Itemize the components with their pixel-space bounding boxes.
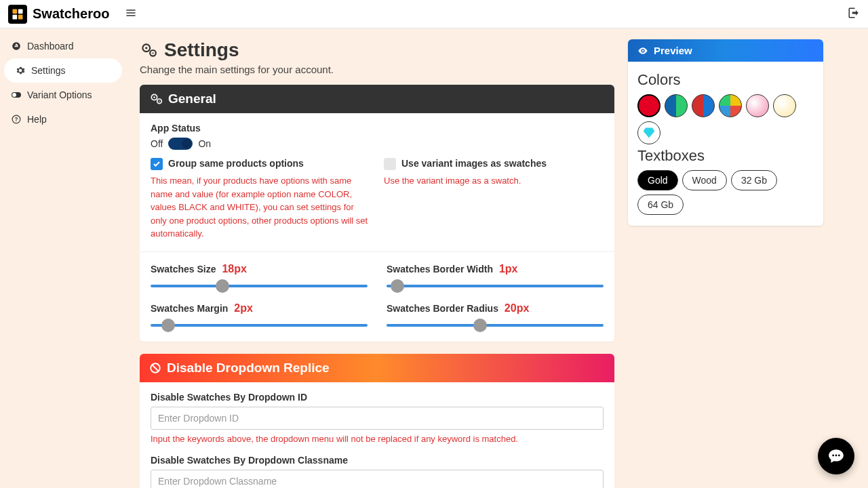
- dashboard-icon: [11, 41, 22, 51]
- disable-by-id-help: Input the keywords above, the dropdown m…: [151, 432, 604, 446]
- variant-images-help: Use the variant image as a swatch.: [384, 174, 604, 188]
- app-name: Swatcheroo: [33, 6, 109, 22]
- swatches-margin-group: Swatches Margin 2px: [151, 302, 368, 332]
- disable-dropdown-card: Disable Dropdown Replice Disable Swatche…: [140, 354, 614, 489]
- svg-point-11: [152, 52, 153, 54]
- pill-row: Gold Wood 32 Gb 64 Gb: [637, 170, 814, 215]
- swatch-diamond[interactable]: [637, 121, 660, 144]
- svg-point-5: [12, 93, 16, 97]
- sidebar-item-label: Dashboard: [27, 41, 74, 52]
- swatches-margin-slider[interactable]: [151, 319, 368, 332]
- variant-images-label: Use variant images as swatches: [401, 158, 547, 169]
- page-title: Settings: [140, 39, 614, 61]
- preview-panel: Preview Colors Textboxes Gold Wood 3: [628, 28, 831, 488]
- sidebar-item-label: Help: [27, 114, 47, 125]
- svg-point-9: [145, 47, 147, 49]
- logo-icon: [8, 5, 27, 24]
- svg-point-15: [159, 101, 160, 102]
- disable-by-id-label: Disable Swatches By Dropdown ID: [151, 392, 604, 403]
- swatch-redblue[interactable]: [692, 94, 715, 117]
- toggle-icon: [11, 92, 22, 98]
- app-status-toggle[interactable]: [168, 138, 193, 150]
- sidebar-item-help[interactable]: ? Help: [0, 107, 126, 131]
- swatch-row: [637, 94, 814, 144]
- sidebar: Dashboard Settings Variant Options ? Hel…: [0, 28, 126, 488]
- svg-rect-1: [18, 9, 23, 14]
- group-options-checkbox[interactable]: [151, 158, 163, 170]
- divider: [140, 251, 614, 252]
- variant-images-checkbox[interactable]: [384, 158, 396, 170]
- app-status-label: App Status: [151, 123, 604, 134]
- disable-by-class-input[interactable]: [151, 470, 604, 488]
- svg-point-17: [642, 49, 644, 52]
- sidebar-item-label: Variant Options: [27, 89, 92, 100]
- pill-gold[interactable]: Gold: [637, 170, 678, 190]
- swatches-border-width-slider[interactable]: [387, 279, 604, 293]
- sidebar-item-settings[interactable]: Settings: [4, 58, 122, 83]
- sidebar-item-label: Settings: [31, 65, 66, 76]
- disable-by-id-input[interactable]: [151, 407, 604, 430]
- swatch-green[interactable]: [665, 94, 688, 117]
- page-header: Settings Change the main settings for yo…: [140, 39, 614, 75]
- general-card-header: General: [140, 85, 614, 113]
- chat-fab[interactable]: [818, 438, 854, 474]
- swatches-border-radius-group: Swatches Border Radius 20px: [387, 302, 604, 332]
- swatches-border-width-group: Swatches Border Width 1px: [387, 263, 604, 293]
- svg-rect-2: [13, 14, 18, 19]
- svg-point-13: [153, 96, 155, 98]
- preview-colors-label: Colors: [637, 71, 814, 89]
- logo: Swatcheroo: [8, 5, 109, 24]
- svg-point-18: [832, 455, 834, 457]
- gear-icon: [15, 66, 26, 75]
- swatches-size-slider[interactable]: [151, 279, 368, 293]
- disable-by-class-label: Disable Swatches By Dropdown Classname: [151, 455, 604, 466]
- swatches-size-group: Swatches Size 18px: [151, 263, 368, 293]
- svg-text:?: ?: [15, 117, 18, 123]
- preview-textboxes-label: Textboxes: [637, 147, 814, 165]
- disable-dropdown-header: Disable Dropdown Replice: [140, 354, 614, 382]
- toggle-on-label: On: [198, 138, 211, 149]
- main-content: Settings Change the main settings for yo…: [126, 28, 628, 488]
- preview-header: Preview: [628, 39, 823, 62]
- sidebar-item-dashboard[interactable]: Dashboard: [0, 34, 126, 58]
- menu-toggle-icon[interactable]: [125, 7, 136, 21]
- svg-point-19: [835, 455, 837, 457]
- toggle-off-label: Off: [151, 138, 163, 149]
- swatch-multi[interactable]: [719, 94, 742, 117]
- pill-wood[interactable]: Wood: [682, 170, 727, 190]
- group-options-help: This mean, if your products have options…: [151, 174, 370, 241]
- topbar: Swatcheroo: [0, 0, 868, 28]
- preview-card: Preview Colors Textboxes Gold Wood 3: [628, 39, 823, 226]
- help-icon: ?: [11, 115, 22, 124]
- page-description: Change the main settings for your accoun…: [140, 64, 614, 75]
- pill-64gb[interactable]: 64 Gb: [637, 195, 684, 215]
- logout-icon[interactable]: [848, 7, 860, 22]
- svg-rect-3: [18, 14, 23, 19]
- svg-rect-0: [13, 9, 18, 14]
- swatch-red[interactable]: [637, 94, 660, 117]
- group-options-label: Group same products options: [168, 158, 304, 169]
- svg-point-20: [838, 455, 840, 457]
- swatch-pink[interactable]: [746, 94, 769, 117]
- swatches-border-radius-slider[interactable]: [387, 319, 604, 332]
- general-card: General App Status Off On Group sa: [140, 85, 614, 342]
- swatch-cream[interactable]: [773, 94, 796, 117]
- pill-32gb[interactable]: 32 Gb: [731, 170, 777, 190]
- sidebar-item-variant-options[interactable]: Variant Options: [0, 83, 126, 107]
